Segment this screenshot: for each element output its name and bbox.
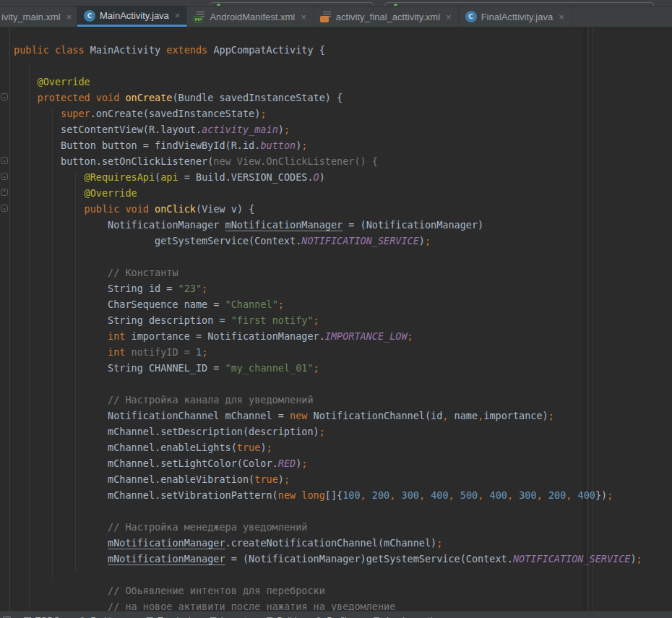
code-line[interactable]: // Константы bbox=[14, 265, 672, 280]
code-line[interactable]: CharSequence name = "Channel"; bbox=[14, 296, 672, 312]
code-token: ; bbox=[319, 426, 325, 437]
code-line[interactable]: mChannel.setDescription(description); bbox=[14, 424, 672, 439]
code-line[interactable]: int notifyID = 1; bbox=[14, 344, 672, 360]
code-token bbox=[14, 203, 85, 215]
tab-activity-final-acttivity-xml[interactable]: activity_final_acttivity.xml × bbox=[314, 7, 459, 27]
close-icon[interactable]: × bbox=[175, 11, 181, 20]
code-token: = (NotificationManager)getSystemService(… bbox=[225, 553, 513, 565]
code-line[interactable] bbox=[14, 249, 672, 265]
code-token: , bbox=[537, 489, 543, 501]
close-icon[interactable]: × bbox=[559, 12, 564, 22]
code-token: NotificationChannel mChannel = bbox=[14, 410, 290, 421]
code-line[interactable]: mChannel.setVibrationPattern(new long[]{… bbox=[14, 487, 672, 503]
code-line[interactable]: NotificationManager mNotificationManager… bbox=[14, 217, 672, 233]
code-token: true bbox=[254, 473, 278, 485]
code-line[interactable]: getSystemService(Context.NOTIFICATION_SE… bbox=[14, 233, 672, 249]
layout-file-icon bbox=[320, 11, 332, 22]
code-token bbox=[543, 489, 548, 501]
code-token: @Override bbox=[85, 187, 137, 199]
code-token: 100 bbox=[343, 489, 360, 501]
code-token: (Bundle savedInstanceState) { bbox=[172, 92, 343, 103]
code-line[interactable]: setContentView(R.layout.activity_main); bbox=[14, 121, 672, 137]
code-token: ; bbox=[284, 473, 290, 485]
code-token bbox=[14, 187, 85, 199]
code-line[interactable]: String CHANNEL_ID = "my_channel_01"; bbox=[14, 360, 672, 376]
toolwindow-build[interactable]: Build bbox=[266, 616, 297, 618]
code-token: ; bbox=[436, 537, 442, 549]
code-line[interactable]: String id = "23"; bbox=[14, 280, 672, 296]
code-line[interactable]: mChannel.enableLights(true); bbox=[14, 439, 672, 455]
code-token: // Константы bbox=[108, 267, 178, 278]
code-token: , bbox=[507, 489, 513, 501]
toolwindow-logcat[interactable]: Logcat bbox=[210, 616, 247, 618]
code-area[interactable]: public class MainActivity extends AppCom… bbox=[10, 42, 672, 611]
tab-label: FinalActtivity.java bbox=[481, 12, 553, 22]
toolwindow-todo[interactable]: TODO bbox=[24, 616, 60, 618]
code-editor[interactable]: ⌄⌄⌄⌃⌄ public class MainActivity extends … bbox=[0, 27, 672, 611]
toolwindow-terminal[interactable]: Terminal bbox=[146, 616, 190, 618]
code-line[interactable] bbox=[14, 567, 672, 583]
close-icon[interactable]: × bbox=[301, 12, 306, 22]
code-token bbox=[14, 394, 108, 405]
code-line[interactable]: mNotificationManager.createNotificationC… bbox=[14, 535, 672, 551]
code-line[interactable]: // Обьявление интентов для переброски bbox=[14, 583, 672, 598]
fold-marker-icon[interactable]: ⌄ bbox=[1, 173, 8, 180]
code-line[interactable]: String description = "first notify"; bbox=[14, 312, 672, 328]
code-line[interactable]: button.setOnClickListener(new View.OnCli… bbox=[14, 153, 672, 169]
code-line[interactable]: protected void onCreate(Bundle savedInst… bbox=[14, 90, 672, 106]
fold-marker-icon[interactable]: ⌄ bbox=[1, 93, 8, 100]
code-line[interactable]: // Настройка менеджера уведомлений bbox=[14, 519, 672, 535]
code-line[interactable]: mChannel.enableVibration(true); bbox=[14, 471, 672, 487]
code-token: activity_main bbox=[202, 124, 278, 135]
code-line[interactable]: super.onCreate(savedInstanceState); bbox=[14, 106, 672, 121]
code-line[interactable]: @RequiresApi(api = Build.VERSION_CODES.O… bbox=[14, 169, 672, 185]
code-token: NotificationManager bbox=[14, 219, 225, 231]
toolwindow-app-inspection[interactable]: App Inspection bbox=[373, 616, 441, 618]
code-line[interactable]: Button button = findViewById(R.id.button… bbox=[14, 137, 672, 153]
code-token: = Build.VERSION_CODES. bbox=[178, 171, 314, 183]
fold-marker-icon[interactable]: ⌃ bbox=[1, 189, 8, 196]
code-token: NotificationChannel(id bbox=[307, 410, 442, 421]
code-token: @Override bbox=[38, 76, 90, 87]
code-line[interactable] bbox=[14, 58, 672, 74]
code-token: RED bbox=[278, 458, 296, 469]
code-token: ; bbox=[278, 299, 284, 310]
code-token: , bbox=[449, 489, 455, 501]
code-line[interactable]: mNotificationManager = (NotificationMana… bbox=[14, 551, 672, 567]
code-token bbox=[14, 601, 108, 611]
java-class-icon: C bbox=[465, 11, 477, 22]
code-token: "my_channel_01" bbox=[225, 362, 314, 374]
tab-finalacttivity-java[interactable]: C FinalActtivity.java × bbox=[459, 7, 572, 27]
code-token: mNotificationManager bbox=[225, 219, 343, 231]
code-token: ( bbox=[155, 171, 160, 183]
code-line[interactable]: // Настройка канала для уведомлений bbox=[14, 392, 672, 408]
code-line[interactable] bbox=[14, 503, 672, 519]
fold-marker-icon[interactable]: ⌄ bbox=[1, 205, 8, 212]
code-line[interactable]: int importance = NotificationManager.IMP… bbox=[14, 328, 672, 344]
toolwindow-problems[interactable]: Problems bbox=[79, 616, 127, 618]
close-icon[interactable]: × bbox=[66, 12, 72, 22]
toolwindow-profiler[interactable]: Profiler bbox=[315, 616, 354, 618]
code-token: NOTIFICATION_SERVICE bbox=[301, 235, 419, 246]
code-line[interactable]: // на новое активити после нажатия на ув… bbox=[14, 598, 672, 611]
tab-androidmanifest-xml[interactable]: MF AndroidManifest.xml × bbox=[187, 7, 313, 27]
code-line[interactable]: NotificationChannel mChannel = new Notif… bbox=[14, 408, 672, 424]
code-token bbox=[425, 489, 431, 501]
code-token bbox=[14, 108, 61, 119]
fold-marker-icon[interactable]: ⌄ bbox=[1, 157, 8, 164]
code-token: CharSequence name = bbox=[14, 299, 225, 310]
code-token: mNotificationManager bbox=[108, 537, 225, 549]
code-token: ; bbox=[267, 442, 272, 453]
code-token: ) bbox=[419, 235, 425, 246]
code-token: true bbox=[237, 442, 261, 453]
tab-label: MainActivity.java bbox=[100, 10, 169, 21]
code-line[interactable]: @Override bbox=[14, 185, 672, 201]
code-line[interactable]: public void onClick(View v) { bbox=[14, 201, 672, 217]
close-icon[interactable]: × bbox=[446, 12, 452, 22]
tab-mainactivity-java[interactable]: C MainActivity.java × bbox=[77, 7, 187, 27]
tab-activity-main-xml[interactable]: ivity_main.xml × bbox=[0, 7, 77, 27]
code-line[interactable]: public class MainActivity extends AppCom… bbox=[14, 42, 672, 58]
code-line[interactable] bbox=[14, 376, 672, 392]
code-line[interactable]: mChannel.setLightColor(Color.RED); bbox=[14, 455, 672, 471]
code-line[interactable]: @Override bbox=[14, 74, 672, 90]
